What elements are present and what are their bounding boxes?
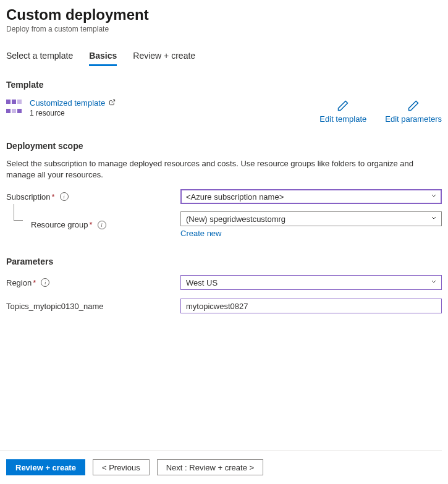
parameters-heading: Parameters: [6, 257, 442, 266]
subscription-select[interactable]: <Azure subscription name>: [180, 189, 442, 204]
region-select[interactable]: West US: [180, 275, 442, 290]
create-new-link[interactable]: Create new: [180, 229, 221, 238]
previous-button[interactable]: < Previous: [93, 459, 150, 475]
resource-group-label: Resource group: [31, 220, 88, 229]
pencil-icon: [337, 100, 349, 112]
info-icon[interactable]: i: [98, 221, 106, 229]
chevron-down-icon: [430, 214, 437, 224]
required-indicator: *: [52, 192, 55, 202]
pencil-icon: [407, 100, 420, 112]
region-label: Region: [6, 278, 32, 287]
next-button[interactable]: Next : Review + create >: [157, 459, 263, 475]
tab-select-template[interactable]: Select a template: [6, 51, 73, 66]
region-value: West US: [186, 278, 218, 287]
info-icon[interactable]: i: [41, 278, 49, 287]
template-heading: Template: [6, 80, 442, 90]
footer-bar: Review + create < Previous Next : Review…: [0, 450, 442, 484]
resource-group-value: (New) spegridwestcustomrg: [186, 214, 285, 224]
subscription-value: <Azure subscription name>: [186, 192, 284, 202]
info-icon[interactable]: i: [60, 192, 69, 201]
customized-template-link[interactable]: Customized template: [30, 98, 116, 108]
scope-description: Select the subscription to manage deploy…: [6, 158, 439, 180]
scope-heading: Deployment scope: [6, 141, 442, 151]
chevron-down-icon: [430, 192, 437, 202]
review-create-button[interactable]: Review + create: [6, 459, 85, 475]
edit-parameters-link[interactable]: Edit parameters: [385, 114, 442, 124]
topic-name-label: Topics_mytopic0130_name: [6, 302, 104, 311]
page-title: Custom deployment: [6, 6, 442, 23]
tab-strip: Select a template Basics Review + create: [6, 51, 442, 66]
topic-name-value: mytopicwest0827: [186, 302, 248, 311]
template-resource-count: 1 resource: [30, 109, 116, 117]
svg-line-0: [111, 100, 114, 103]
edit-template-link[interactable]: Edit template: [319, 114, 366, 124]
chevron-down-icon: [430, 278, 437, 287]
subscription-label: Subscription: [6, 192, 51, 202]
template-icon: [6, 100, 23, 117]
tab-basics[interactable]: Basics: [89, 51, 117, 66]
required-indicator: *: [90, 220, 93, 229]
required-indicator: *: [33, 278, 36, 287]
external-link-icon: [109, 100, 116, 107]
resource-group-select[interactable]: (New) spegridwestcustomrg: [180, 211, 442, 226]
tab-review-create[interactable]: Review + create: [133, 51, 195, 66]
topic-name-input[interactable]: mytopicwest0827: [180, 299, 442, 313]
customized-template-label: Customized template: [30, 98, 105, 108]
page-subtitle: Deploy from a custom template: [6, 25, 442, 33]
